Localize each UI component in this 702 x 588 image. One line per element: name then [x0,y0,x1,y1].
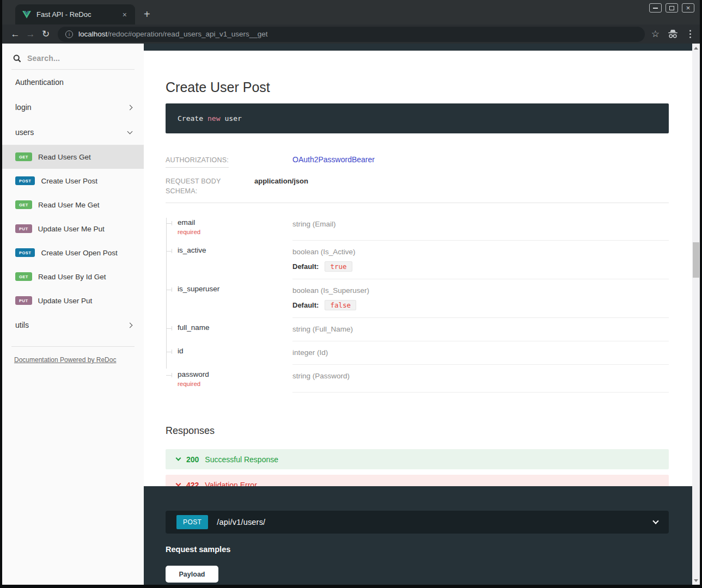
field-name[interactable]: is_active [178,246,288,254]
triangle-down-icon [694,579,698,582]
request-body-label: REQUEST BODY SCHEMA: [166,177,221,195]
site-info-icon[interactable]: i [65,30,73,38]
sidebar-divider [11,346,135,347]
field-name[interactable]: id [178,347,288,355]
chevron-right-icon [127,105,133,110]
method-badge-post: POST [15,176,35,185]
redoc-footer-link[interactable]: Documentation Powered by ReDoc [14,356,116,364]
sidebar-op-read-users-get[interactable]: GET Read Users Get [2,145,144,169]
operation-label: Update User Me Put [38,225,105,233]
search-input[interactable] [26,53,113,63]
scrollbar-up-button[interactable] [692,44,700,52]
browser-tab[interactable]: Fast API - ReDoc × [15,4,135,24]
response-200-banner[interactable]: 200 Successful Response [166,449,669,469]
chevron-down-icon [652,518,658,524]
method-badge-get: GET [15,200,32,209]
operation-content: Create User Post Createnewuser AUTHORIZA… [144,79,692,495]
toolbar-actions: ☆ [651,28,694,40]
method-badge-put: PUT [15,224,32,233]
field-type: string (Email) [292,220,336,228]
responses-title: Responses [166,425,669,437]
oauth2-link[interactable]: OAuth2PasswordBearer [292,155,375,164]
operation-label: Update User Put [38,297,93,305]
operation-description-code: Createnewuser [166,103,669,133]
scrollbar-down-button[interactable] [692,577,700,584]
page-viewport: Authentication login users GET Read User… [2,44,700,585]
method-badge-get: GET [15,152,32,161]
request-samples-title: Request samples [166,545,669,554]
required-label: required [178,229,288,235]
field-type: boolean (Is_Active) [292,248,356,256]
response-label: Successful Response [205,455,278,464]
payload-tab[interactable]: Payload [166,566,218,583]
browser-window: Fast API - ReDoc × + × ← → ↻ i localhost… [0,0,702,588]
minimize-icon [653,8,658,9]
previous-section-dark-strip [144,44,692,51]
authorizations-label: AUTHORIZATIONS: [166,156,229,168]
search-box[interactable] [11,50,135,70]
required-label: required [178,381,288,387]
sidebar-item-label: users [15,128,34,137]
sidebar-op-read-user-by-id-get[interactable]: GET Read User By Id Get [2,265,144,289]
operation-label: Read Users Get [38,153,91,161]
sidebar-item-label: utils [15,321,29,329]
sidebar-item-authentication[interactable]: Authentication [2,70,144,95]
media-type: application/json [254,177,308,185]
url-path: /redoc#operation/read_users_api_v1_users… [107,30,267,38]
browser-titlebar: Fast API - ReDoc × + × [2,0,700,24]
back-button[interactable]: ← [8,27,23,42]
field-name[interactable]: is_superuser [178,285,288,293]
reload-button[interactable]: ↻ [38,27,53,42]
vue-favicon-icon [22,11,31,19]
authorizations-row: AUTHORIZATIONS: OAuth2PasswordBearer [166,155,669,164]
response-code: 200 [186,455,199,464]
sidebar-item-login[interactable]: login [2,95,144,120]
chevron-right-icon [127,322,133,328]
sidebar-op-create-user-post[interactable]: POST Create User Post [2,169,144,193]
schema-field-is-active: is_active boolean (Is_Active) Default: t… [166,241,669,279]
method-badge-put: PUT [15,296,32,305]
close-button[interactable]: × [682,3,694,13]
field-type: string (Full_Name) [292,325,353,333]
sidebar-op-update-user-put[interactable]: PUT Update User Put [2,289,144,313]
chevron-down-icon [176,456,181,461]
page-scrollbar[interactable] [692,44,700,585]
incognito-icon [667,29,679,39]
close-icon: × [686,4,691,11]
browser-menu-button[interactable] [686,30,694,38]
schema-field-email: email required string (Email) [166,213,669,241]
browser-toolbar: ← → ↻ i localhost/redoc#operation/read_u… [2,24,700,44]
scrollbar-thumb[interactable] [693,242,699,278]
schema-field-id: id integer (Id) [166,341,669,365]
sidebar-op-read-user-me-get[interactable]: GET Read User Me Get [2,193,144,217]
address-bar[interactable]: i localhost/redoc#operation/read_users_a… [58,27,645,42]
code-text: user [225,114,242,122]
tab-title: Fast API - ReDoc [36,10,114,19]
field-name[interactable]: password [178,370,288,378]
sidebar-op-update-user-me-put[interactable]: PUT Update User Me Put [2,217,144,241]
request-samples-panel: POST /api/v1/users/ Request samples Payl… [144,486,692,585]
new-tab-button[interactable]: + [144,9,150,20]
default-label: Default: [292,262,319,271]
operation-label: Read User Me Get [38,201,100,209]
field-name[interactable]: full_name [178,323,288,332]
request-body-row: REQUEST BODY SCHEMA: application/json [166,176,669,203]
field-name[interactable]: email [178,218,288,226]
default-value: true [325,261,352,272]
search-icon [13,54,21,63]
sidebar-op-create-user-open-post[interactable]: POST Create User Open Post [2,241,144,265]
main-panel: Create User Post Createnewuser AUTHORIZA… [144,44,692,585]
sidebar-item-label: Authentication [15,78,64,87]
schema-field-password: password required string (Password) [166,365,669,393]
sidebar-item-utils[interactable]: utils [2,313,144,338]
minimize-button[interactable] [649,3,662,13]
forward-button[interactable]: → [23,27,38,42]
operation-label: Read User By Id Get [38,273,106,281]
sidebar-item-users[interactable]: users [2,120,144,145]
chevron-down-icon [127,129,133,134]
endpoint-dropdown[interactable]: POST /api/v1/users/ [166,511,669,534]
tab-close-icon[interactable]: × [120,10,130,20]
maximize-button[interactable] [666,3,678,13]
bookmark-star-icon[interactable]: ☆ [651,28,660,40]
schema-field-full-name: full_name string (Full_Name) [166,318,669,341]
